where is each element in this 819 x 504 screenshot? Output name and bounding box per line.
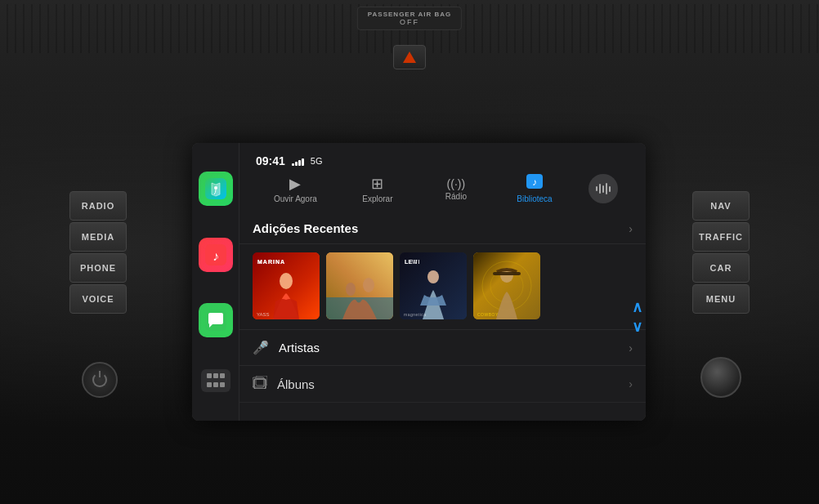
library-icon: ♪: [526, 174, 543, 193]
album-item-2[interactable]: [326, 252, 393, 319]
left-panel: RADIO MEDIA PHONE VOICE: [69, 191, 127, 314]
messages-app-icon[interactable]: [199, 303, 233, 337]
albuns-left: Álbuns: [253, 376, 315, 392]
svg-text:YASS: YASS: [257, 312, 270, 317]
phone-button[interactable]: PHONE: [69, 253, 127, 283]
svg-text:magnetica: magnetica: [404, 312, 427, 317]
media-button[interactable]: MEDIA: [69, 222, 127, 252]
main-content-area: 09:41 5G ▶ Ouvi: [239, 143, 646, 421]
svg-point-14: [363, 278, 374, 292]
scroll-down-button[interactable]: ∨: [632, 319, 642, 334]
traffic-button[interactable]: TRAFFIC: [692, 222, 750, 252]
soundwave-button[interactable]: [589, 174, 618, 203]
albums-icon: [253, 376, 267, 392]
power-icon: [92, 372, 107, 387]
grid-dot: [207, 382, 212, 387]
chevron-right-icon: ›: [629, 222, 633, 235]
album-item-4[interactable]: COWBOY: [473, 252, 540, 319]
tab-explorar[interactable]: ⊞ Explorar: [353, 172, 402, 207]
airbag-text: PASSENGER AIR BAG: [368, 11, 451, 18]
carplay-screen: ♪: [192, 143, 646, 421]
microphone-icon: 🎤: [253, 340, 269, 355]
app-grid-button[interactable]: [201, 369, 230, 392]
scroll-up-button[interactable]: ∧: [632, 300, 642, 314]
vent-left: [0, 4, 410, 53]
network-type: 5G: [311, 156, 323, 166]
grid-dot: [220, 382, 225, 387]
svg-point-9: [280, 273, 293, 289]
svg-rect-23: [493, 272, 521, 275]
screen-content: ♪: [192, 143, 646, 421]
scroll-controls: ∧ ∨: [632, 300, 642, 334]
svg-text:♪: ♪: [213, 249, 219, 263]
signal-bar-4: [302, 158, 304, 166]
dashboard: PASSENGER AIR BAG OFF RADIO MEDIA PHONE …: [0, 0, 819, 504]
grid-dot: [207, 373, 212, 378]
screen-layout: ♪: [192, 143, 646, 421]
svg-text:MARINA: MARINA: [257, 259, 285, 265]
volume-knob[interactable]: [700, 357, 741, 398]
albums-row: MARINA YASS: [239, 244, 646, 330]
tab-radio[interactable]: ((·)) Rádio: [432, 174, 481, 204]
svg-text:♪: ♪: [532, 176, 537, 188]
tab-biblioteca[interactable]: ♪ Biblioteca: [510, 171, 559, 207]
grid-dot: [220, 373, 225, 378]
albuns-chevron-icon: ›: [629, 377, 633, 390]
signal-bar-1: [292, 163, 294, 166]
airbag-label: PASSENGER AIR BAG OFF: [357, 7, 462, 30]
svg-point-1: [214, 186, 217, 190]
navigation-tabs: ▶ Ouvir Agora ⊞ Explorar ((·)) Rádio: [246, 171, 639, 213]
radio-button[interactable]: RADIO: [69, 191, 127, 221]
radio-icon: ((·)): [447, 177, 466, 190]
airbag-status: OFF: [368, 18, 451, 26]
app-sidebar: ♪: [192, 143, 239, 421]
album-item-3[interactable]: LEVI magnetica: [400, 252, 467, 319]
signal-bar-2: [295, 162, 298, 166]
svg-text:LEVI: LEVI: [405, 259, 421, 265]
signal-indicator: [292, 156, 304, 166]
artistas-row[interactable]: 🎤 Artistas ›: [239, 330, 646, 366]
maps-app-icon[interactable]: [199, 172, 233, 206]
menu-button[interactable]: MENU: [692, 284, 750, 314]
nav-button[interactable]: NAV: [692, 191, 750, 221]
artistas-left: 🎤 Artistas: [253, 340, 320, 355]
soundwave-icon: [596, 182, 611, 195]
album-item-1[interactable]: MARINA YASS: [253, 252, 320, 319]
grid-icon: ⊞: [371, 175, 383, 193]
svg-text:COWBOY: COWBOY: [477, 312, 499, 317]
right-panel: NAV TRAFFIC CAR MENU: [692, 191, 750, 314]
vent-right: [410, 4, 819, 53]
voice-button[interactable]: VOICE: [69, 284, 127, 314]
svg-point-17: [427, 270, 439, 283]
music-app-icon[interactable]: ♪: [199, 238, 233, 272]
artistas-chevron-icon: ›: [629, 341, 633, 355]
albuns-row[interactable]: Álbuns ›: [239, 366, 646, 403]
tab-ouvir-agora[interactable]: ▶ Ouvir Agora: [267, 172, 324, 207]
adicoes-recentes-header[interactable]: Adições Recentes ›: [239, 213, 646, 244]
clock: 09:41: [256, 154, 285, 167]
play-icon: ▶: [289, 175, 301, 193]
signal-bar-3: [298, 160, 301, 166]
hazard-button[interactable]: [393, 45, 426, 69]
grid-dot: [213, 382, 218, 387]
car-button[interactable]: CAR: [692, 253, 750, 283]
power-button[interactable]: [82, 362, 118, 398]
status-bar: 09:41 5G: [246, 148, 639, 171]
grid-dot: [213, 373, 218, 378]
hazard-icon: [403, 51, 416, 63]
svg-point-13: [346, 283, 356, 296]
